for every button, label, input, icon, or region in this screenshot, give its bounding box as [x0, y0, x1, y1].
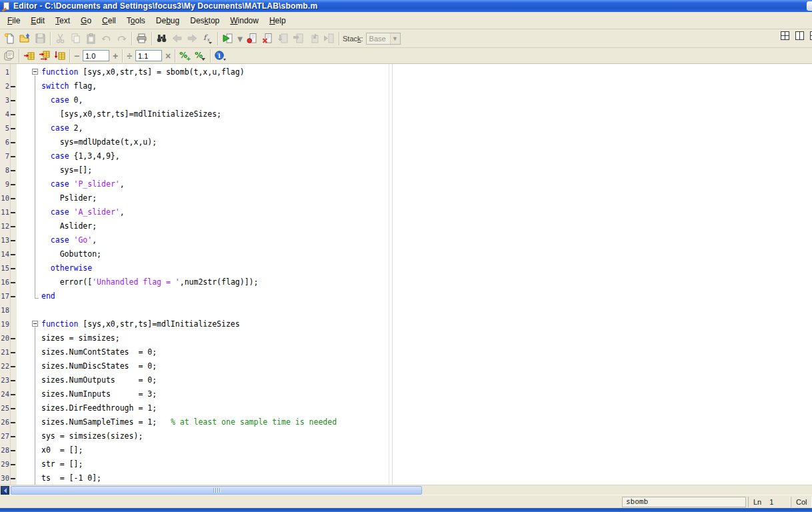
menu-help[interactable]: Help — [264, 14, 291, 27]
close-button[interactable] — [807, 1, 812, 11]
executable-line-dash-icon[interactable] — [11, 226, 15, 227]
code-line-2[interactable]: 2switch flag, — [0, 79, 812, 93]
code-line-19[interactable]: 19function [sys,x0,str,ts]=mdlInitialize… — [0, 317, 812, 331]
code-line-17[interactable]: 17end — [0, 289, 812, 303]
cell-mode-button[interactable] — [1, 49, 17, 63]
breakpoint-gutter[interactable] — [9, 443, 17, 457]
fold-collapse-icon[interactable] — [32, 69, 38, 75]
code-line-11[interactable]: 11 case 'A_slider', — [0, 205, 812, 219]
multiply-value-button[interactable]: × — [163, 49, 173, 63]
executable-line-dash-icon[interactable] — [11, 198, 15, 199]
evaluate-file-button[interactable] — [52, 49, 67, 63]
scroll-left-arrow-icon[interactable] — [1, 486, 9, 495]
code-line-28[interactable]: 28x0 = []; — [0, 443, 812, 457]
code-line-1[interactable]: 1function [sys,x0,str,ts] = sbomb(t,x,u,… — [0, 65, 812, 79]
breakpoint-gutter[interactable] — [9, 247, 17, 261]
numeric-value-input-1[interactable] — [83, 50, 109, 61]
breakpoint-gutter[interactable] — [9, 401, 17, 415]
code-line-30[interactable]: 30ts = [-1 0]; — [0, 471, 812, 485]
code-line-14[interactable]: 14 Gobutton; — [0, 247, 812, 261]
breakpoint-gutter[interactable] — [9, 275, 17, 289]
split-vertical-button[interactable] — [795, 31, 804, 40]
numeric-value-input-2[interactable] — [135, 50, 162, 61]
breakpoint-gutter[interactable] — [9, 429, 17, 443]
breakpoint-gutter[interactable] — [9, 219, 17, 233]
executable-line-dash-icon[interactable] — [11, 254, 15, 255]
code-line-9[interactable]: 9 case 'P_slider', — [0, 177, 812, 191]
divide-value-button[interactable]: ÷ — [125, 49, 134, 63]
breakpoint-gutter[interactable] — [9, 191, 17, 205]
open-file-button[interactable] — [17, 31, 33, 46]
breakpoint-gutter[interactable] — [9, 359, 17, 373]
breakpoint-gutter[interactable] — [9, 261, 17, 275]
executable-line-dash-icon[interactable] — [11, 268, 15, 269]
decrement-value-button[interactable]: − — [72, 49, 81, 63]
breakpoint-gutter[interactable] — [9, 233, 17, 247]
editor-pane[interactable]: 1function [sys,x0,str,ts] = sbomb(t,x,u,… — [0, 64, 812, 485]
stack-combobox[interactable]: Base ▼ — [366, 33, 401, 45]
code-line-6[interactable]: 6 sys=mdlUpdate(t,x,u); — [0, 135, 812, 149]
code-line-16[interactable]: 16 error(['Unhandled flag = ',num2str(fl… — [0, 275, 812, 289]
clear-all-breakpoints-button[interactable] — [260, 31, 275, 46]
executable-line-dash-icon[interactable] — [11, 184, 15, 185]
menu-desktop[interactable]: Desktop — [185, 14, 225, 27]
breakpoint-gutter[interactable] — [9, 135, 17, 149]
executable-line-dash-icon[interactable] — [11, 296, 15, 297]
executable-line-dash-icon[interactable] — [11, 352, 15, 353]
publish-info-button[interactable]: i — [213, 49, 228, 63]
breakpoint-gutter[interactable] — [9, 345, 17, 359]
menu-window[interactable]: Window — [225, 14, 264, 27]
code-line-7[interactable]: 7 case {1,3,4,9}, — [0, 149, 812, 163]
code-line-24[interactable]: 24sizes.NumInputs = 3; — [0, 387, 812, 401]
code-line-23[interactable]: 23sizes.NumOutputs = 0; — [0, 373, 812, 387]
code-line-22[interactable]: 22sizes.NumDiscStates = 0; — [0, 359, 812, 373]
breakpoint-gutter[interactable] — [9, 373, 17, 387]
code-line-12[interactable]: 12 Aslider; — [0, 219, 812, 233]
executable-line-dash-icon[interactable] — [11, 436, 15, 437]
menu-file[interactable]: File — [2, 14, 25, 27]
breakpoint-gutter[interactable] — [9, 65, 17, 79]
executable-line-dash-icon[interactable] — [11, 450, 15, 451]
breakpoint-gutter[interactable] — [9, 331, 17, 345]
find-button[interactable] — [154, 31, 169, 46]
code-line-20[interactable]: 20sizes = simsizes; — [0, 331, 812, 345]
code-line-21[interactable]: 21sizes.NumContStates = 0; — [0, 345, 812, 359]
menu-debug[interactable]: Debug — [151, 14, 185, 27]
breakpoint-gutter[interactable] — [9, 471, 17, 485]
code-line-27[interactable]: 27sys = simsizes(sizes); — [0, 429, 812, 443]
breakpoint-gutter[interactable] — [9, 107, 17, 121]
breakpoint-gutter[interactable] — [9, 149, 17, 163]
title-bar[interactable]: Editor - C:\Documents and Settings\focus… — [0, 0, 812, 12]
menu-edit[interactable]: Edit — [25, 14, 50, 27]
breakpoint-gutter[interactable] — [9, 121, 17, 135]
executable-line-dash-icon[interactable] — [11, 464, 15, 465]
breakpoint-gutter[interactable] — [9, 289, 17, 303]
executable-line-dash-icon[interactable] — [11, 114, 15, 115]
executable-line-dash-icon[interactable] — [11, 170, 15, 171]
code-line-29[interactable]: 29str = []; — [0, 457, 812, 471]
breakpoint-gutter[interactable] — [9, 79, 17, 93]
code-line-4[interactable]: 4 [sys,x0,str,ts]=mdlInitializeSizes; — [0, 107, 812, 121]
menu-go[interactable]: Go — [75, 14, 97, 27]
executable-line-dash-icon[interactable] — [11, 86, 15, 87]
executable-line-dash-icon[interactable] — [11, 282, 15, 283]
print-button[interactable] — [134, 31, 149, 46]
executable-line-dash-icon[interactable] — [11, 394, 15, 395]
fold-collapse-icon[interactable] — [32, 321, 38, 327]
breakpoint-gutter[interactable] — [9, 457, 17, 471]
code-line-13[interactable]: 13 case 'Go', — [0, 233, 812, 247]
code-line-18[interactable]: 18 — [0, 303, 812, 317]
split-grid-button[interactable] — [781, 31, 789, 40]
horizontal-scrollbar[interactable] — [0, 485, 812, 495]
set-clear-breakpoint-button[interactable] — [245, 31, 260, 46]
increment-value-button[interactable]: + — [111, 49, 120, 63]
code-line-26[interactable]: 26sizes.NumSampleTimes = 1; % at least o… — [0, 415, 812, 429]
code-line-15[interactable]: 15 otherwise — [0, 261, 812, 275]
executable-line-dash-icon[interactable] — [11, 478, 15, 479]
new-file-button[interactable] — [2, 31, 17, 46]
menu-text[interactable]: Text — [50, 14, 75, 27]
scrollbar-thumb[interactable] — [11, 486, 422, 495]
breakpoint-gutter[interactable] — [9, 205, 17, 219]
evaluate-cell-advance-button[interactable] — [37, 49, 52, 63]
executable-line-dash-icon[interactable] — [11, 422, 15, 423]
